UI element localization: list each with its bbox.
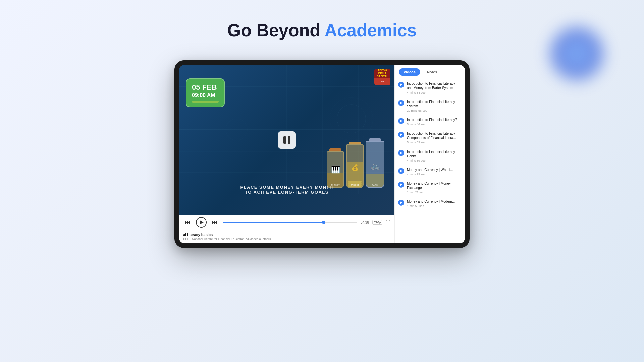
playlist-play-icon xyxy=(398,100,404,106)
video-playlist: Introduction to Financial Literacy and M… xyxy=(395,76,465,243)
playlist-play-icon xyxy=(398,200,404,206)
tab-notes[interactable]: Notes xyxy=(422,68,442,76)
playlist-play-icon xyxy=(398,118,404,124)
video-text-overlay: PLACE SOME MONEY EVERY MONTH TO ACHIEVE … xyxy=(179,185,394,195)
play-triangle-icon xyxy=(400,102,402,104)
playlist-item-text: Introduction to Financial Literacy and M… xyxy=(407,81,462,94)
decorative-blob xyxy=(543,20,610,87)
fullscreen-button[interactable]: ⛶ xyxy=(386,220,390,225)
playlist-item-3[interactable]: Introduction to Financial Literacy Compo… xyxy=(395,129,465,147)
pause-bar-right xyxy=(288,136,290,144)
playlist-item-title: Introduction to Financial Literacy Syste… xyxy=(407,100,462,108)
app-content: 05 FEB 09:00 AM 🎹 xyxy=(179,65,465,243)
playlist-item-duration: 4 mins 29 sec xyxy=(407,173,462,176)
video-panel: 05 FEB 09:00 AM 🎹 xyxy=(179,65,394,243)
brand-top: ADITYA BIRLACAPITAL xyxy=(374,69,390,78)
play-triangle-icon xyxy=(400,170,402,172)
playlist-item-text: Money and Currency | Modern... 1 min 59 … xyxy=(407,199,462,208)
playlist-item-text: Money and Currency | Money Exchange 1 mi… xyxy=(407,181,462,194)
video-controls: ⏮ ⏭ 04:38 720p xyxy=(179,215,394,230)
playlist-item-duration: 5 mins 59 sec xyxy=(407,141,462,144)
playlist-item-0[interactable]: Introduction to Financial Literacy and M… xyxy=(395,79,465,97)
sidebar-panel: Videos Notes Introduction to Financial L… xyxy=(394,65,465,243)
tablet-screen: 05 FEB 09:00 AM 🎹 xyxy=(179,65,465,243)
playlist-item-4[interactable]: Introduction to Financial Literacy Habit… xyxy=(395,147,465,165)
playlist-item-duration: 20 mins 56 sec xyxy=(407,109,462,112)
progress-fill xyxy=(223,222,324,223)
video-date: 05 FEB xyxy=(192,83,219,92)
tablet-frame: 05 FEB 09:00 AM 🎹 xyxy=(174,60,470,248)
playlist-item-text: Introduction to Financial Literacy Syste… xyxy=(407,100,462,112)
playlist-item-2[interactable]: Introduction to Financial Literacy? 5 mi… xyxy=(395,115,465,129)
time-display: 04:38 xyxy=(361,221,369,224)
playlist-play-icon xyxy=(398,182,404,188)
playlist-item-1[interactable]: Introduction to Financial Literacy Syste… xyxy=(395,97,465,115)
tab-bar: Videos Notes xyxy=(395,65,465,76)
play-triangle-icon xyxy=(400,152,402,154)
playlist-item-text: Money and Currency | What i... 4 mins 29… xyxy=(407,168,462,176)
video-title: al literacy basics xyxy=(183,233,390,237)
playlist-play-icon xyxy=(398,168,404,174)
pause-overlay[interactable] xyxy=(278,131,296,149)
rewind-button[interactable]: ⏮ xyxy=(183,218,193,227)
jars-illustration: 🎹 TARGET 💰 xyxy=(327,70,384,188)
brand-watermark: ADITYA BIRLACAPITAL MF xyxy=(374,69,390,85)
playlist-play-icon xyxy=(398,82,404,88)
tab-videos[interactable]: Videos xyxy=(399,68,420,76)
title-plain: Go Beyond xyxy=(227,20,325,40)
playlist-play-icon xyxy=(398,150,404,156)
playlist-item-text: Introduction to Financial Literacy Compo… xyxy=(407,131,462,144)
play-triangle-icon xyxy=(400,83,402,86)
pause-bar-left xyxy=(283,136,286,144)
video-subtitle: CFE - National Centre for Financial Educ… xyxy=(183,237,390,241)
fast-forward-button[interactable]: ⏭ xyxy=(210,218,219,227)
title-accent: Academics xyxy=(325,20,417,40)
playlist-item-duration: 1 min 59 sec xyxy=(407,204,462,208)
playlist-item-duration: 5 mins 46 sec xyxy=(407,123,462,126)
play-triangle-icon xyxy=(400,120,402,122)
playlist-item-duration: 1 min 21 sec xyxy=(407,191,462,194)
playlist-item-title: Introduction to Financial Literacy Habit… xyxy=(407,149,462,158)
progress-dot xyxy=(322,221,325,224)
progress-bar[interactable] xyxy=(223,222,357,223)
play-triangle-icon xyxy=(400,201,402,204)
page-title: Go Beyond Academics xyxy=(0,0,644,40)
playlist-item-6[interactable]: Money and Currency | Money Exchange 1 mi… xyxy=(395,179,465,197)
playlist-item-7[interactable]: Money and Currency | Modern... 1 min 59 … xyxy=(395,197,465,210)
video-text-line1: PLACE SOME MONEY EVERY MONTH xyxy=(179,185,394,190)
playlist-item-title: Money and Currency | Modern... xyxy=(407,199,462,204)
video-text-line2: TO ACHIEVE LONG-TERM GOALS xyxy=(179,190,394,195)
playlist-item-duration: 4 mins 39 sec xyxy=(407,159,462,162)
playlist-item-duration: 4 mins 34 sec xyxy=(407,91,462,94)
playlist-play-icon xyxy=(398,132,404,138)
play-icon xyxy=(200,220,204,224)
playlist-item-title: Introduction to Financial Literacy Compo… xyxy=(407,131,462,140)
video-info: al literacy basics CFE - National Centre… xyxy=(179,230,394,243)
video-background: 05 FEB 09:00 AM 🎹 xyxy=(179,65,394,215)
device-wrapper: 05 FEB 09:00 AM 🎹 xyxy=(0,60,644,248)
playlist-item-title: Introduction to Financial Literacy and M… xyxy=(407,81,462,90)
play-pause-button[interactable] xyxy=(196,217,207,228)
play-triangle-icon xyxy=(400,133,402,136)
date-card: 05 FEB 09:00 AM xyxy=(186,78,225,107)
pause-button-large[interactable] xyxy=(278,131,296,149)
quality-selector[interactable]: 720p xyxy=(372,220,382,225)
playlist-item-text: Introduction to Financial Literacy? 5 mi… xyxy=(407,118,462,126)
playlist-item-title: Introduction to Financial Literacy? xyxy=(407,118,462,122)
playlist-item-text: Introduction to Financial Literacy Habit… xyxy=(407,149,462,162)
total-time: 04:38 xyxy=(361,221,369,224)
playlist-item-title: Money and Currency | Money Exchange xyxy=(407,181,462,190)
video-time: 09:00 AM xyxy=(192,92,219,98)
playlist-item-title: Money and Currency | What i... xyxy=(407,168,462,172)
brand-bottom: MF xyxy=(374,78,390,85)
play-triangle-icon xyxy=(400,183,402,186)
playlist-item-5[interactable]: Money and Currency | What i... 4 mins 29… xyxy=(395,165,465,179)
video-area[interactable]: 05 FEB 09:00 AM 🎹 xyxy=(179,65,394,215)
